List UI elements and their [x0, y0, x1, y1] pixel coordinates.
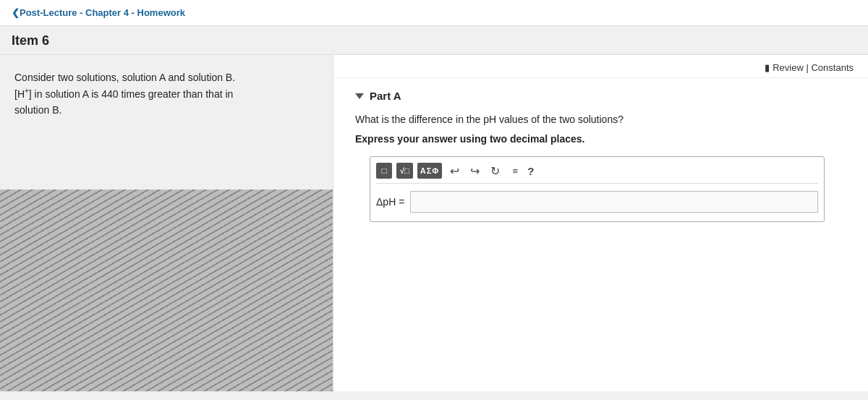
- redo-icon: ↪: [470, 164, 480, 178]
- toolbar-row: □ √□ ΑΣΦ ↩ ↪: [376, 163, 818, 184]
- part-a-label: Part A: [370, 90, 401, 102]
- refresh-button[interactable]: ↻: [487, 163, 503, 179]
- answer-label: ΔpH =: [376, 196, 404, 208]
- problem-text: Consider two solutions, solution A and s…: [14, 69, 318, 119]
- review-constants-text: Review | Constants: [773, 62, 854, 73]
- part-header: Part A: [355, 90, 846, 102]
- help-button[interactable]: ?: [527, 165, 534, 177]
- review-constants-link[interactable]: ▮ Review | Constants: [765, 62, 854, 73]
- answer-input-row: ΔpH =: [376, 188, 818, 216]
- undo-button[interactable]: ↩: [446, 163, 462, 179]
- item-header: Item 6: [0, 26, 868, 54]
- problem-line3: solution B.: [14, 104, 61, 116]
- answer-input[interactable]: [410, 191, 818, 213]
- problem-statement: Consider two solutions, solution A and s…: [14, 69, 318, 119]
- refresh-icon: ↻: [490, 164, 500, 178]
- sqrt-symbol: √□: [400, 166, 409, 175]
- back-link[interactable]: ❮Post-Lecture - Chapter 4 - Homework: [12, 7, 185, 18]
- main-content: Consider two solutions, solution A and s…: [0, 55, 868, 391]
- keyboard-icon: ≡: [512, 166, 518, 176]
- answer-box: □ √□ ΑΣΦ ↩ ↪: [370, 156, 825, 222]
- instruction-text: Express your answer using two decimal pl…: [355, 133, 846, 145]
- right-panel: ▮ Review | Constants Part A What is the …: [333, 55, 868, 391]
- left-panel: Consider two solutions, solution A and s…: [0, 55, 333, 391]
- sqrt-button[interactable]: √□: [396, 163, 413, 179]
- matrix-icon: □: [381, 166, 386, 176]
- redo-button[interactable]: ↪: [467, 163, 482, 179]
- problem-line1: Consider two solutions, solution A and s…: [14, 72, 235, 83]
- question-text: What is the difference in the pH values …: [355, 112, 846, 127]
- keyboard-button[interactable]: ≡: [507, 163, 523, 179]
- greek-symbols-button[interactable]: ΑΣΦ: [417, 163, 443, 179]
- matrix-sqrt-button[interactable]: □: [376, 163, 392, 179]
- page-wrapper: ❮Post-Lecture - Chapter 4 - Homework Ite…: [0, 0, 868, 400]
- review-icon: ▮: [765, 62, 770, 73]
- decorative-bg: [0, 190, 333, 391]
- greek-symbols-text: ΑΣΦ: [420, 166, 440, 175]
- help-icon: ?: [527, 165, 534, 177]
- collapse-arrow-icon[interactable]: [355, 93, 364, 99]
- top-nav: ❮Post-Lecture - Chapter 4 - Homework: [0, 0, 868, 26]
- review-bar: ▮ Review | Constants: [333, 55, 868, 78]
- problem-line2: [H+] in solution A is 440 times greater …: [14, 88, 233, 100]
- part-a-section: Part A What is the difference in the pH …: [333, 78, 868, 229]
- undo-icon: ↩: [450, 164, 459, 178]
- item-title: Item 6: [12, 33, 49, 48]
